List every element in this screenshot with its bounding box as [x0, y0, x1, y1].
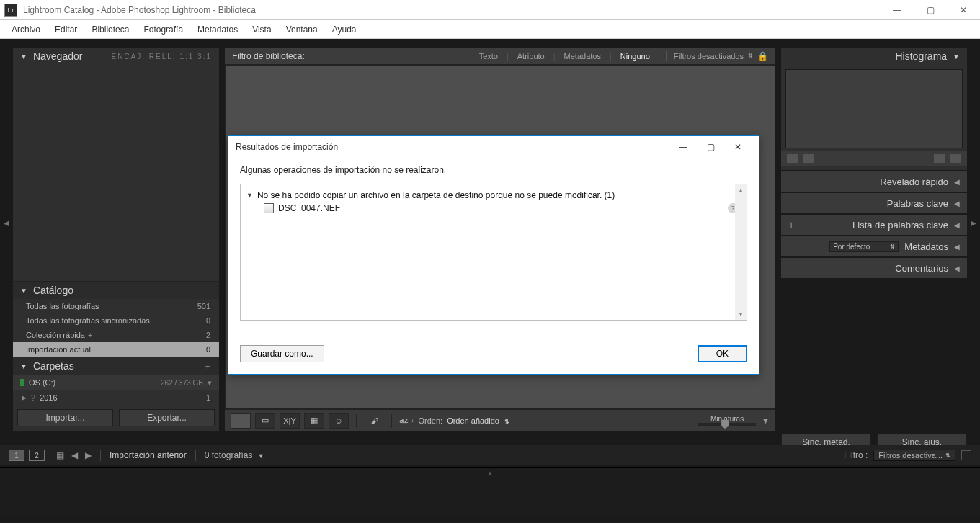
dialog-minimize-button[interactable]: —	[669, 137, 697, 157]
histograma-panel-header[interactable]: Histograma ▼	[781, 48, 967, 65]
dialog-message: Algunas operaciones de importación no se…	[240, 165, 747, 175]
metadatos-panel-header[interactable]: Por defecto ⇅ Metadatos◀	[781, 236, 967, 256]
sort-label: Orden:	[419, 416, 443, 425]
filter-switch-icon[interactable]	[961, 450, 971, 460]
os-titlebar: Lr Lightroom Catalog - Adobe Photoshop L…	[0, 0, 980, 20]
window-maximize-button[interactable]: ▢	[914, 0, 947, 20]
filter-tab-metadatos[interactable]: Metadatos	[558, 50, 607, 62]
loupe-view-button[interactable]: ▭	[255, 413, 275, 429]
metadata-preset-dropdown[interactable]: Por defecto ⇅	[829, 241, 899, 252]
menu-item[interactable]: Metadatos	[190, 22, 245, 37]
scroll-down-icon[interactable]: ▾	[739, 311, 742, 318]
caret-left-icon: ◀	[954, 264, 960, 272]
menu-item[interactable]: Biblioteca	[84, 22, 136, 37]
carpetas-panel-header[interactable]: ▼ Carpetas +	[13, 357, 219, 375]
nav-forward-button[interactable]: ▶	[85, 450, 92, 460]
catalogo-panel-header[interactable]: ▼ Catálogo	[13, 282, 219, 299]
filter-tab-atributo[interactable]: Atributo	[512, 50, 551, 62]
save-as-button[interactable]: Guardar como...	[240, 345, 324, 362]
grid-view-button[interactable]	[231, 413, 251, 429]
filmstrip-collapse-handle[interactable]: ▲	[0, 469, 980, 477]
status-bar: 1 2 ▦ ◀ ▶ Importación anterior 0 fotogra…	[0, 445, 980, 465]
lock-icon[interactable]: 🔒	[757, 51, 768, 61]
spray-tool-button[interactable]: 🖌	[364, 413, 384, 429]
status-source-label[interactable]: Importación anterior	[110, 450, 187, 460]
menu-item[interactable]: Ayuda	[325, 22, 364, 37]
nav-back-button[interactable]: ◀	[71, 450, 78, 460]
result-group-header[interactable]: ▼ No se ha podido copiar un archivo en l…	[244, 189, 744, 202]
navegador-zoom-options[interactable]: ENCAJ. RELL. 1:1 3:1	[112, 53, 213, 61]
sort-dropdown[interactable]: Orden añadido ⇅	[447, 416, 509, 425]
caret-left-icon: ◀	[954, 221, 960, 229]
add-folder-button[interactable]: +	[205, 361, 212, 372]
survey-view-button[interactable]: ▦	[304, 413, 324, 429]
left-panel-collapse-handle[interactable]: ◀	[3, 219, 10, 227]
revelado-rapido-panel-header[interactable]: Revelado rápido◀	[781, 171, 967, 192]
comentarios-panel-header[interactable]: Comentarios◀	[781, 258, 967, 278]
import-button[interactable]: Importar...	[17, 409, 113, 426]
dialog-close-button[interactable]: ✕	[724, 137, 752, 157]
menu-item[interactable]: Editar	[48, 22, 84, 37]
filmstrip[interactable]: ▲	[0, 467, 980, 517]
filter-preset-dropdown[interactable]: Filtros desactivados	[674, 52, 744, 61]
chevron-updown-icon: ⇅	[945, 452, 950, 459]
dialog-maximize-button[interactable]: ▢	[697, 137, 724, 157]
left-panels: ▼ Navegador ENCAJ. RELL. 1:1 3:1 ▼ Catál…	[13, 48, 219, 431]
histogram-display	[785, 69, 963, 148]
monitor-2-button[interactable]: 2	[29, 450, 45, 461]
dialog-results-list[interactable]: ▼ No se ha podido copiar un archivo en l…	[240, 184, 747, 321]
filter-tab-ninguno[interactable]: Ninguno	[615, 50, 656, 62]
library-filter-bar: Filtro de biblioteca: Texto | Atributo |…	[225, 48, 775, 65]
compare-view-button[interactable]: X|Y	[280, 413, 300, 429]
people-view-button[interactable]: ☺	[329, 413, 349, 429]
dialog-titlebar[interactable]: Resultados de importación — ▢ ✕	[228, 136, 759, 158]
monitor-1-button[interactable]: 1	[9, 450, 24, 461]
caret-left-icon: ◀	[954, 243, 960, 251]
disk-status-indicator	[20, 379, 24, 386]
chevron-updown-icon: ⇅	[890, 243, 895, 250]
ok-button[interactable]: OK	[698, 345, 747, 362]
menu-item[interactable]: Fotografía	[136, 22, 190, 37]
menu-item[interactable]: Archivo	[4, 22, 48, 37]
thumbnail-size-slider[interactable]	[698, 423, 756, 426]
sort-direction-button[interactable]: a͟z↓	[399, 416, 414, 425]
catalogo-item[interactable]: Todas las fotografías sincronizadas 0	[13, 313, 219, 328]
folder-row[interactable]: ▶ ? 2016 1	[13, 390, 219, 405]
scroll-up-icon[interactable]: ▴	[739, 187, 742, 193]
plus-icon[interactable]: +	[788, 219, 794, 231]
palabras-clave-panel-header[interactable]: Palabras clave◀	[781, 193, 967, 213]
info-icon	[803, 154, 814, 163]
lista-palabras-clave-panel-header[interactable]: + Lista de palabras clave◀	[781, 215, 967, 235]
result-file-row[interactable]: DSC_0047.NEF ?	[244, 202, 744, 215]
grid-icon[interactable]: ▦	[56, 450, 64, 460]
window-minimize-button[interactable]: —	[881, 0, 914, 20]
status-count-label[interactable]: 0 fotografías ▼	[205, 450, 264, 460]
dialog-title: Resultados de importación	[236, 142, 338, 152]
carpetas-title: Carpetas	[33, 360, 74, 372]
catalogo-item-selected[interactable]: Importación actual 0	[13, 342, 219, 357]
caret-down-icon: ▼	[20, 287, 27, 295]
filter-label: Filtro :	[844, 450, 868, 460]
right-panel-collapse-handle[interactable]: ▶	[970, 219, 977, 227]
toolbar-options-button[interactable]: ▼	[762, 416, 770, 425]
menu-item[interactable]: Vista	[245, 22, 278, 37]
file-icon	[264, 203, 274, 213]
lightroom-logo: Lr	[4, 4, 17, 17]
expand-triangle-icon[interactable]: ▶	[22, 394, 27, 401]
scrollbar[interactable]: ▴▾	[735, 184, 747, 320]
chevron-down-icon[interactable]: ▾	[208, 378, 212, 388]
volume-header[interactable]: OS (C:) 262 / 373 GB ▾	[13, 375, 219, 390]
catalogo-item[interactable]: Colección rápida + 2	[13, 328, 219, 342]
export-button[interactable]: Exportar...	[119, 409, 215, 426]
menu-item[interactable]: Ventana	[279, 22, 325, 37]
histograma-title: Histograma	[896, 50, 948, 62]
caret-left-icon: ◀	[954, 178, 960, 186]
catalogo-item[interactable]: Todas las fotografías 501	[13, 299, 219, 313]
chevron-updown-icon[interactable]: ⇅	[748, 53, 753, 59]
filter-tab-texto[interactable]: Texto	[473, 50, 504, 62]
caret-down-icon: ▼	[20, 362, 27, 370]
window-close-button[interactable]: ✕	[947, 0, 980, 20]
info-icon	[934, 154, 945, 163]
filter-preset-dropdown[interactable]: Filtros desactiva... ⇅	[873, 450, 956, 461]
navegador-panel-header[interactable]: ▼ Navegador ENCAJ. RELL. 1:1 3:1	[13, 48, 219, 65]
